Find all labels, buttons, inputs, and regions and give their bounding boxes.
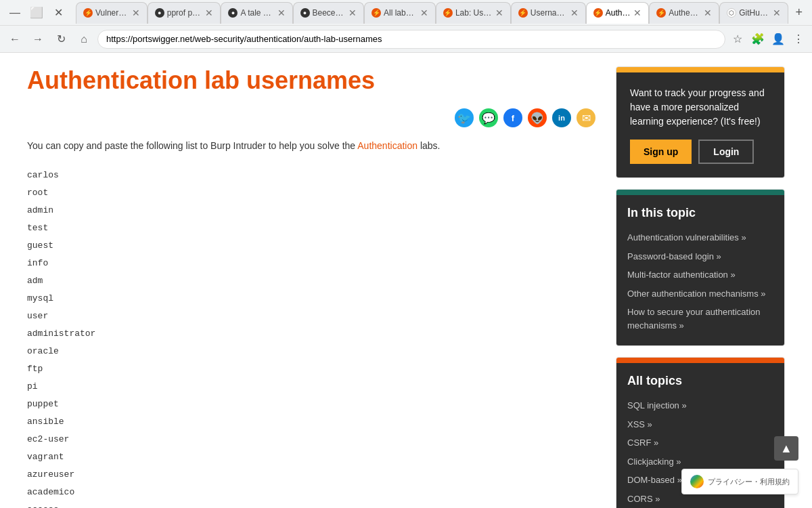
list-item: info — [27, 255, 595, 272]
tab-label: Username e... — [531, 8, 568, 18]
tab-favicon: ● — [228, 8, 238, 18]
list-item: test — [27, 219, 595, 237]
browser-tab-tab9[interactable]: ⚡Authentica...✕ — [649, 2, 719, 24]
topic-link[interactable]: Password-based login » — [627, 247, 773, 266]
page-body: Authentication lab usernames 🐦 💬 f 👽 in … — [0, 53, 812, 508]
email-icon[interactable]: ✉ — [577, 108, 595, 127]
tab-label: GitHub - p... — [739, 8, 770, 18]
list-item: acceso — [27, 501, 595, 508]
reload-button[interactable]: ↻ — [51, 30, 70, 49]
topic-link[interactable]: Authentication vulnerabilities » — [627, 228, 773, 247]
forward-button[interactable]: → — [28, 30, 47, 49]
browser-tab-tab1[interactable]: ⚡Vulnerabilit...✕ — [76, 2, 148, 24]
progress-card-text: Want to track your progress and have a m… — [630, 86, 771, 129]
browser-tab-tab8[interactable]: ⚡Authenti...✕ — [586, 2, 650, 24]
list-item: mysql — [27, 290, 595, 308]
tab-close-button[interactable]: ✕ — [704, 7, 712, 18]
tab-favicon: ● — [300, 8, 310, 18]
tab-close-button[interactable]: ✕ — [420, 7, 428, 18]
menu-icon[interactable]: ⋮ — [790, 31, 807, 47]
tab-label: Lab: Userna... — [455, 8, 493, 18]
address-bar-row: ← → ↻ ⌂ ☆ 🧩 👤 ⋮ — [0, 26, 812, 53]
list-item: user — [27, 308, 595, 325]
list-item: admin — [27, 202, 595, 219]
intro-text: You can copy and paste the following lis… — [27, 138, 595, 153]
list-item: root — [27, 184, 595, 202]
home-button[interactable]: ⌂ — [74, 30, 93, 49]
tab-favicon: ⬡ — [727, 8, 736, 18]
all-topic-link[interactable]: CSRF » — [627, 433, 773, 452]
facebook-icon[interactable]: f — [503, 108, 522, 127]
all-topic-link[interactable]: Clickjacking » — [627, 452, 773, 471]
page-title: Authentication lab usernames — [27, 66, 595, 95]
signup-button[interactable]: Sign up — [630, 140, 692, 164]
profile-icon[interactable]: 👤 — [770, 31, 786, 47]
browser-tab-tab6[interactable]: ⚡Lab: Userna...✕ — [436, 2, 511, 24]
twitter-icon[interactable]: 🐦 — [455, 108, 474, 127]
list-item: pi — [27, 378, 595, 396]
tab-label: Authentica... — [669, 8, 701, 18]
login-button[interactable]: Login — [698, 140, 754, 164]
close-button[interactable]: ✕ — [49, 3, 68, 22]
new-tab-button[interactable]: + — [791, 5, 807, 20]
progress-card-body: Want to track your progress and have a m… — [616, 72, 784, 177]
address-input[interactable] — [97, 30, 725, 49]
back-button[interactable]: ← — [5, 30, 24, 49]
minimize-button[interactable]: — — [5, 3, 24, 22]
progress-card-buttons: Sign up Login — [630, 140, 771, 164]
toolbar-icons: ☆ 🧩 👤 ⋮ — [729, 31, 807, 47]
all-topic-link[interactable]: XSS » — [627, 415, 773, 434]
recaptcha-text: プライバシー・利用規約 — [708, 477, 790, 487]
all-topics-header — [616, 358, 784, 363]
authentication-link[interactable]: Authentication — [357, 140, 418, 151]
browser-tab-tab10[interactable]: ⬡GitHub - p...✕ — [719, 2, 788, 24]
progress-card: Want to track your progress and have a m… — [616, 66, 785, 178]
tab-close-button[interactable]: ✕ — [495, 7, 503, 18]
list-item: academico — [27, 484, 595, 501]
main-content: Authentication lab usernames 🐦 💬 f 👽 in … — [27, 66, 595, 508]
whatsapp-icon[interactable]: 💬 — [479, 108, 498, 127]
tab-close-button[interactable]: ✕ — [570, 7, 579, 18]
topic-link[interactable]: Multi-factor authentication » — [627, 266, 773, 284]
topic-card-body: In this topic Authentication vulnerabili… — [616, 195, 784, 345]
bookmark-icon[interactable]: ☆ — [729, 31, 746, 47]
browser-tab-tab7[interactable]: ⚡Username e...✕ — [511, 2, 586, 24]
tab-close-button[interactable]: ✕ — [132, 7, 140, 18]
tab-close-button[interactable]: ✕ — [277, 7, 286, 18]
browser-tab-tab3[interactable]: ●A tale of cri...✕ — [221, 2, 292, 24]
all-topics-title: All topics — [627, 374, 773, 388]
browser-frame: — ⬜ ✕ ⚡Vulnerabilit...✕●pprof packa...✕●… — [0, 0, 812, 508]
topic-card-header — [616, 190, 784, 195]
topic-link[interactable]: Other authentication mechanisms » — [627, 284, 773, 303]
tab-label: A tale of cri... — [240, 8, 274, 18]
scroll-to-top-button[interactable]: ▲ — [774, 436, 798, 461]
browser-tab-tab5[interactable]: ⚡All labs | W...✕ — [364, 2, 436, 24]
browser-tab-tab4[interactable]: ●Beeceptor-...✕ — [293, 2, 365, 24]
tab-label: pprof packa... — [167, 8, 203, 18]
tab-close-button[interactable]: ✕ — [205, 7, 213, 18]
list-item: ec2-user — [27, 431, 595, 448]
list-item: vagrant — [27, 448, 595, 466]
reddit-icon[interactable]: 👽 — [528, 108, 547, 127]
topic-card: In this topic Authentication vulnerabili… — [616, 189, 785, 346]
tab-favicon: ⚡ — [83, 8, 93, 18]
tab-close-button[interactable]: ✕ — [773, 7, 781, 18]
tab-label: Vulnerabilit... — [95, 8, 129, 18]
list-item: ansible — [27, 413, 595, 431]
list-item: ftp — [27, 360, 595, 378]
username-list: carlosrootadmintestguestinfoadmmysqluser… — [27, 167, 595, 508]
maximize-button[interactable]: ⬜ — [27, 3, 46, 22]
list-item: azureuser — [27, 466, 595, 484]
linkedin-icon[interactable]: in — [552, 108, 571, 127]
list-item: oracle — [27, 343, 595, 360]
browser-tab-tab2[interactable]: ●pprof packa...✕ — [148, 2, 221, 24]
topic-link[interactable]: How to secure your authentication mechan… — [627, 303, 773, 335]
page-content: Authentication lab usernames 🐦 💬 f 👽 in … — [0, 53, 812, 508]
all-topic-link[interactable]: SQL injection » — [627, 396, 773, 415]
tabs-bar: ⚡Vulnerabilit...✕●pprof packa...✕●A tale… — [76, 2, 788, 24]
tab-close-button[interactable]: ✕ — [633, 7, 641, 18]
tab-close-button[interactable]: ✕ — [348, 7, 357, 18]
extensions-icon[interactable]: 🧩 — [750, 31, 766, 47]
tab-label: All labs | W... — [384, 8, 418, 18]
list-item: adm — [27, 272, 595, 290]
